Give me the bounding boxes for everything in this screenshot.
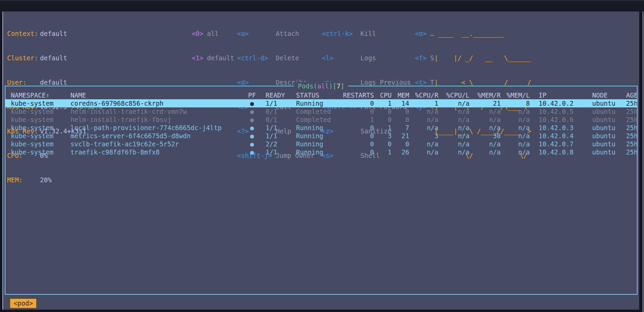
cell-namespace: kube-system — [5, 116, 65, 124]
cell-pcpu-l: n/a — [442, 124, 473, 132]
hotkey-key: <f> — [415, 54, 427, 62]
cell-cpu: 1 — [377, 148, 395, 156]
cell-restarts: 0 — [337, 99, 377, 107]
cell-name: metrics-server-6f4c6675d5-d8wdn — [65, 132, 245, 140]
column-header-mem[interactable]: MEM — [395, 91, 413, 99]
cell-restarts: 0 — [337, 140, 377, 148]
hotkey-attach[interactable]: <a>Attach — [237, 29, 322, 38]
pf-dot-icon: ● — [245, 124, 259, 132]
column-header-name[interactable]: NAME — [65, 91, 245, 99]
cell-ready: 1/1 — [259, 148, 291, 156]
cell-pcpu-r: n/a — [413, 124, 442, 132]
hotkey-key: <t> — [415, 78, 427, 86]
cell-status: Running — [291, 124, 337, 132]
cell-cpu: 0 — [377, 107, 395, 116]
cell-pmem-r: 30 — [473, 132, 504, 140]
cell-mem: 0 — [395, 140, 413, 148]
hotkey-row-truncated[interactable]: <o>… ____ __.________ — [415, 29, 639, 38]
pod-row[interactable]: kube-system helm-install-traefik-crd-vmn… — [5, 107, 637, 116]
pod-row[interactable]: kube-system metrics-server-6f4c6675d5-d8… — [5, 132, 637, 140]
k9s-logo-line: ____ __.________ — [434, 29, 504, 38]
namespace-scope: all — [317, 82, 329, 90]
cell-pcpu-l: n/a — [442, 99, 473, 107]
column-header-ip[interactable]: IP — [533, 91, 587, 99]
column-header-pcpu-r[interactable]: %CPU/R — [413, 91, 442, 99]
column-header-namespace[interactable]: NAMESPACE↑ — [5, 91, 65, 99]
hotkey-key: <o> — [415, 29, 427, 38]
cell-age: 25h — [621, 124, 637, 132]
pf-dot-icon: ● — [245, 116, 259, 124]
cell-name: svclb-traefik-ac19c62e-5r52r — [65, 140, 245, 148]
cell-status: Running — [291, 148, 337, 156]
info-value: default — [40, 79, 67, 86]
pod-count: 7 — [337, 82, 340, 90]
column-header-status[interactable]: STATUS — [291, 91, 337, 99]
cell-status: Completed — [291, 116, 337, 124]
cell-pmem-l: n/a — [504, 132, 533, 140]
pod-row[interactable]: kube-system traefik-c98fdf6fb-8mfx8 ● 1/… — [5, 148, 637, 156]
cell-mem: 0 — [395, 107, 413, 116]
pod-row[interactable]: kube-system svclb-traefik-ac19c62e-5r52r… — [5, 140, 637, 148]
cell-node: ubuntu — [587, 116, 621, 124]
column-header-ready[interactable]: READY — [259, 91, 291, 99]
cell-ip: 10.42.0.7 — [533, 140, 587, 148]
cell-ip: 10.42.0.5 — [533, 107, 587, 116]
hotkey-key: <1> — [192, 54, 203, 62]
column-header-restarts[interactable]: RESTARTS — [337, 91, 377, 99]
cell-status: Completed — [291, 107, 337, 116]
cell-node: ubuntu — [587, 140, 621, 148]
cell-pcpu-r: n/a — [413, 107, 442, 116]
pod-row[interactable]: kube-system local-path-provisioner-774c6… — [5, 124, 637, 132]
hotkey-row-truncated[interactable]: <t>T| < \____ / ___/ — [415, 78, 639, 86]
hotkey-namespace-default[interactable]: <1>default — [192, 54, 237, 62]
column-header-node[interactable]: NODE — [587, 91, 621, 99]
cell-restarts: 0 — [337, 148, 377, 156]
hotkey-row-truncated[interactable]: <f>S| |/ _/ __ \______ — [415, 54, 639, 62]
column-header-pcpu-l[interactable]: %CPU/L — [442, 91, 473, 99]
column-header-pmem-r[interactable]: %MEM/R — [473, 91, 504, 99]
column-header-pf[interactable]: PF — [245, 91, 259, 99]
pf-dot-icon: ● — [245, 107, 259, 116]
hotkey-key: <0> — [192, 29, 203, 38]
cell-status: Running — [291, 140, 337, 148]
cell-restarts: 0 — [337, 132, 377, 140]
cell-pmem-r: 21 — [473, 99, 504, 107]
cell-cpu: 1 — [377, 99, 395, 107]
cell-name: helm-install-traefik-crd-vmn7w — [65, 107, 245, 116]
hotkey-namespace-all[interactable]: <0>all — [192, 29, 237, 38]
info-value: default — [40, 30, 67, 37]
cell-pcpu-l: n/a — [442, 140, 473, 148]
cell-pcpu-l: n/a — [442, 148, 473, 156]
cell-ip: 10.42.0.8 — [533, 148, 587, 156]
hotkey-label-truncated: S — [430, 54, 434, 62]
column-header-pmem-l[interactable]: %MEM/L — [504, 91, 533, 99]
cell-node: ubuntu — [587, 132, 621, 140]
k9s-terminal: Context:default Cluster:default User:def… — [2, 12, 639, 310]
cell-ready: 1/1 — [259, 132, 291, 140]
column-header-age[interactable]: AGE — [621, 91, 637, 99]
k9s-logo-line: | |/ _/ __ \______ — [434, 54, 531, 62]
cell-pmem-l: n/a — [504, 124, 533, 132]
cell-pmem-r: n/a — [473, 107, 504, 116]
terminal-right-edge — [643, 12, 643, 312]
cell-name: helm-install-traefik-fbsvj — [65, 116, 245, 124]
cell-restarts: 1 — [337, 116, 377, 124]
pods-table-title: Pods(all)[7] — [294, 82, 348, 90]
pf-dot-icon: ● — [245, 132, 259, 140]
info-row-context: Context:default — [7, 29, 192, 38]
cell-node: ubuntu — [587, 107, 621, 116]
hotkey-label: Kill — [360, 29, 376, 38]
hotkey-logs[interactable]: <l>Logs — [322, 54, 415, 62]
column-header-cpu[interactable]: CPU — [377, 91, 395, 99]
cell-mem: 21 — [395, 132, 413, 140]
hotkey-kill[interactable]: <ctrl-k>Kill — [322, 29, 415, 38]
hotkey-label: Delete — [276, 54, 299, 62]
pod-breadcrumb[interactable]: <pod> — [10, 299, 36, 308]
hotkey-delete[interactable]: <ctrl-d>Delete — [237, 54, 322, 62]
cell-age: 25h — [621, 107, 637, 116]
cell-cpu: 1 — [377, 124, 395, 132]
pod-row-selected[interactable]: kube-system coredns-697968c856-ckrph ● 1… — [5, 99, 637, 107]
cell-status: Running — [291, 132, 337, 140]
info-label: Context: — [7, 29, 40, 38]
pod-row[interactable]: kube-system helm-install-traefik-fbsvj ●… — [5, 116, 637, 124]
